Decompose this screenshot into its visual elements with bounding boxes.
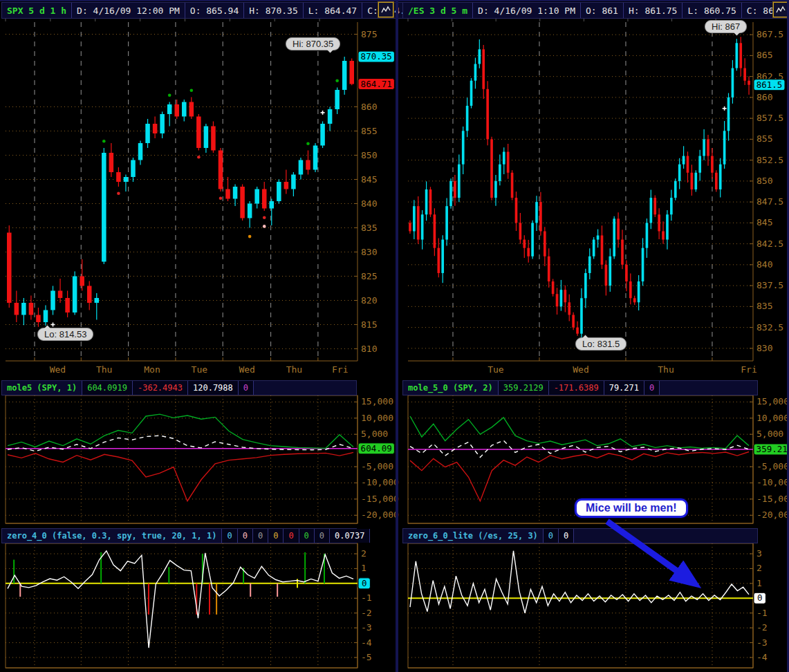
- svg-text:-5: -5: [361, 652, 372, 662]
- spx-mini-chart-icon[interactable]: [378, 2, 393, 17]
- study-value: 0.0737: [330, 529, 370, 543]
- svg-text:Fri: Fri: [332, 364, 348, 375]
- svg-text:857.5: 857.5: [756, 113, 783, 123]
- svg-text:860: 860: [756, 92, 772, 102]
- svg-text:835: 835: [756, 301, 772, 311]
- svg-text:840: 840: [361, 198, 377, 209]
- svg-text:835: 835: [361, 223, 377, 233]
- svg-text:847.5: 847.5: [756, 196, 783, 207]
- svg-text:Wed: Wed: [239, 364, 254, 375]
- study-label: zero_4_0 (false, 0.3, spy, true, 20, 1, …: [2, 529, 222, 543]
- svg-text:5,000: 5,000: [361, 429, 388, 439]
- svg-text:864.71: 864.71: [361, 79, 392, 89]
- svg-text:845: 845: [361, 174, 377, 185]
- study-value: 0: [559, 529, 574, 543]
- zero-4-0-study-header: zero_4_0 (false, 0.3, spy, true, 20, 1, …: [1, 528, 357, 543]
- svg-text:-5,000: -5,000: [756, 461, 789, 472]
- mole5-study-header: mole5 (SPY, 1)604.0919-362.4943120.79880: [1, 380, 357, 395]
- svg-text:Thu: Thu: [658, 364, 674, 375]
- svg-text:-20,000: -20,000: [361, 510, 399, 520]
- ohlc-field: L: 864.47: [304, 3, 362, 18]
- study-value: 0: [238, 529, 253, 543]
- svg-text:845: 845: [756, 217, 772, 227]
- charts-canvas[interactable]: 875860855850845840835830825820815810870.…: [0, 0, 789, 672]
- svg-text:2: 2: [361, 548, 366, 559]
- svg-text:-1: -1: [756, 608, 768, 618]
- svg-text:1: 1: [756, 578, 762, 588]
- svg-text:-2: -2: [756, 622, 768, 633]
- svg-text:Tue: Tue: [192, 364, 208, 375]
- symbol-timeframe-label: SPX 5 d 1 h: [2, 3, 72, 18]
- ohlc-field: O: 861: [581, 3, 624, 18]
- svg-text:15,000: 15,000: [361, 396, 393, 407]
- svg-text:830: 830: [756, 343, 772, 353]
- svg-text:837.5: 837.5: [756, 280, 783, 290]
- svg-text:604.09: 604.09: [361, 443, 392, 454]
- svg-text:852.5: 852.5: [756, 155, 783, 165]
- svg-text:Thu: Thu: [286, 364, 302, 375]
- svg-text:-2: -2: [361, 608, 372, 618]
- mole-5-0-study-header: mole_5_0 (SPY, 2)359.2129-171.638979.271…: [402, 380, 758, 395]
- svg-text:359.21: 359.21: [756, 444, 788, 454]
- svg-text:10,000: 10,000: [756, 413, 789, 423]
- ohlc-field: D: 4/16/09 12:00 PM: [72, 3, 185, 18]
- svg-text:10,000: 10,000: [361, 413, 393, 423]
- ohlc-field: H: 870.35: [244, 3, 303, 18]
- study-value: 0: [644, 381, 660, 395]
- svg-text:-3: -3: [756, 637, 768, 648]
- trading-platform-window: 875860855850845840835830825820815810870.…: [0, 0, 789, 672]
- study-label: mole5 (SPY, 1): [2, 381, 82, 395]
- svg-text:875: 875: [361, 29, 377, 39]
- study-value: 0: [315, 529, 330, 543]
- svg-text:865: 865: [756, 50, 772, 60]
- svg-text:832.5: 832.5: [756, 322, 783, 333]
- study-value: 0: [299, 529, 315, 543]
- svg-text:-3: -3: [361, 622, 372, 633]
- study-value: 0: [268, 529, 284, 543]
- svg-text:-15,000: -15,000: [361, 494, 399, 504]
- svg-text:Fri: Fri: [741, 364, 756, 375]
- svg-text:855: 855: [361, 126, 377, 136]
- mice-annotation-callout[interactable]: Mice will be men!: [575, 498, 688, 518]
- study-value: 0: [544, 529, 559, 543]
- svg-text:-1: -1: [361, 592, 372, 603]
- svg-text:15,000: 15,000: [756, 396, 789, 407]
- svg-text:0: 0: [757, 592, 763, 603]
- svg-text:-15,000: -15,000: [756, 494, 789, 504]
- svg-text:850: 850: [756, 176, 772, 186]
- study-value: -171.6389: [549, 381, 604, 395]
- svg-text:-10,000: -10,000: [756, 477, 789, 487]
- svg-text:2: 2: [756, 563, 762, 573]
- ohlc-field: H: 861.75: [624, 3, 683, 18]
- es-mini-chart-icon[interactable]: [773, 2, 788, 17]
- study-value: 359.2129: [499, 381, 549, 395]
- symbol-timeframe-label: /ES 3 d 5 m: [403, 3, 473, 18]
- svg-text:Tue: Tue: [488, 364, 504, 375]
- study-value: 0: [239, 381, 254, 395]
- svg-text:3: 3: [756, 548, 762, 559]
- svg-text:-4: -4: [361, 637, 372, 648]
- study-value: 0: [284, 529, 299, 543]
- es-low-callout: Lo: 831.5: [575, 337, 626, 351]
- es-chart-header: /ES 3 d 5 mD: 4/16/09 1:10 PMO: 861H: 86…: [402, 2, 789, 19]
- ohlc-field: D: 4/16/09 1:10 PM: [473, 3, 581, 18]
- ohlc-field: L: 860.75: [683, 3, 741, 18]
- svg-text:Wed: Wed: [50, 364, 66, 375]
- study-value: 0: [253, 529, 268, 543]
- svg-text:840: 840: [756, 259, 772, 270]
- column-divider: [396, 0, 398, 672]
- svg-text:820: 820: [361, 295, 377, 306]
- svg-text:850: 850: [361, 150, 377, 160]
- svg-text:815: 815: [361, 319, 377, 330]
- svg-text:860: 860: [361, 102, 377, 112]
- ohlc-field: O: 865.94: [185, 3, 244, 18]
- study-value: 79.271: [604, 381, 644, 395]
- svg-text:Mon: Mon: [144, 364, 160, 375]
- spx-high-callout: Hi: 870.35: [286, 37, 340, 50]
- svg-text:Wed: Wed: [573, 364, 588, 375]
- svg-text:867.5: 867.5: [756, 29, 783, 39]
- study-label: zero_6_0_lite (/es, 25, 3): [403, 529, 544, 543]
- svg-text:810: 810: [361, 344, 377, 354]
- study-value: 0: [222, 529, 237, 543]
- mini-chart-icon: [381, 6, 391, 14]
